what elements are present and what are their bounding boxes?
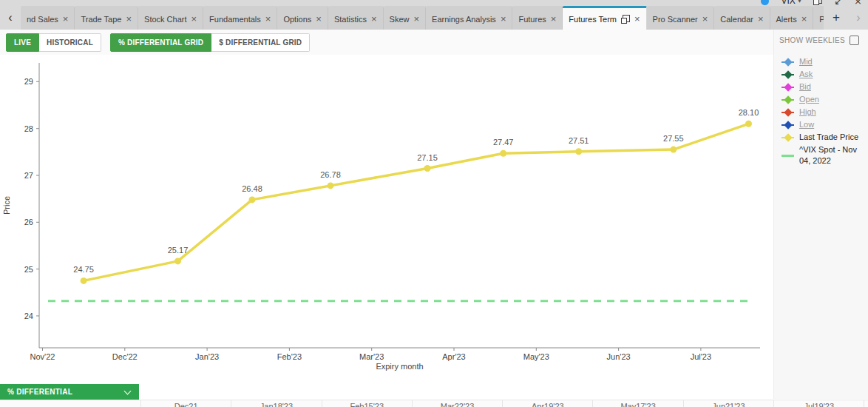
tab-nd-sales[interactable]: nd Sales× [21, 6, 75, 30]
show-weeklies-checkbox[interactable] [850, 36, 859, 45]
tab-list: nd Sales×Trade Tape×Stock Chart×Fundamen… [21, 6, 824, 30]
tab-futures-term[interactable]: Futures Term× [563, 6, 646, 30]
tab-close-icon[interactable]: × [551, 14, 557, 24]
y-axis-title: Price [2, 196, 11, 215]
data-point[interactable] [328, 182, 334, 189]
dollar-differential-grid-button[interactable]: $ DIFFERENTIAL GRID [211, 33, 310, 52]
data-point[interactable] [174, 258, 181, 264]
tab-close-icon[interactable]: × [126, 14, 132, 24]
status-dot-icon [761, 0, 769, 5]
symbol-label: VIX [781, 0, 795, 6]
data-point-label: 24.75 [73, 265, 94, 274]
differential-dropdown[interactable]: % DIFFERENTIAL [0, 384, 139, 400]
legend-item-label: Last Trade Price [799, 132, 858, 143]
tab-close-icon[interactable]: × [758, 14, 764, 24]
grid-date-header: Jul19'23 [774, 400, 864, 407]
futures-term-window: { "window": { "symbol": "VIX" }, "tabbar… [0, 0, 868, 407]
tab-scroll-left-button[interactable]: ‹ [0, 6, 21, 30]
percent-differential-grid-button[interactable]: % DIFFERENTIAL GRID [110, 33, 211, 52]
data-point[interactable] [745, 121, 752, 127]
tab-close-icon[interactable]: × [413, 14, 419, 24]
dock-arrow-icon[interactable]: ↙ [834, 0, 842, 6]
tab-scroll-right-button[interactable]: › [849, 6, 868, 30]
tab-label: Earnings Analysis [432, 15, 496, 24]
y-tick-label: 26 [24, 218, 33, 226]
tab-pro-scanner[interactable]: Pro Scanner× [647, 6, 715, 30]
tab-label: Stock Chart [144, 15, 186, 24]
data-point-label: 28.10 [739, 108, 759, 117]
grid-date-header: Dec21 [141, 400, 231, 407]
x-tick-label: Jun'23 [607, 352, 631, 361]
data-point-label: 26.48 [242, 184, 262, 193]
legend-item-bid[interactable]: Bid [781, 81, 868, 93]
tab-label: Statistics [334, 15, 367, 24]
legend-item-low[interactable]: Low [781, 118, 868, 131]
tab-close-icon[interactable]: × [371, 14, 377, 24]
tab-label: Futures [518, 15, 546, 24]
data-point[interactable] [249, 196, 256, 203]
data-point[interactable] [500, 150, 506, 157]
legend-marker-icon [781, 152, 794, 159]
grid-date-header: May17'23 [593, 400, 683, 407]
legend-item-high[interactable]: High [781, 106, 868, 118]
tab-label: Fundamentals [209, 15, 261, 24]
tab-close-icon[interactable]: × [801, 14, 807, 24]
tab-close-icon[interactable]: × [265, 14, 271, 24]
tab-popout-icon[interactable] [621, 15, 630, 24]
add-tab-button[interactable]: + [824, 6, 849, 30]
legend-marker-icon [781, 71, 794, 78]
live-button[interactable]: LIVE [6, 33, 39, 52]
legend-marker-icon [781, 134, 794, 141]
data-point[interactable] [424, 165, 431, 172]
x-tick-label: Jan'23 [195, 352, 219, 361]
tab-calendar[interactable]: Calendar× [714, 6, 770, 30]
popout-window-icon[interactable] [813, 0, 822, 5]
window-close-icon[interactable]: × [854, 0, 862, 6]
data-point[interactable] [81, 278, 87, 284]
legend-item-ask[interactable]: Ask [781, 68, 868, 81]
legend-marker-icon [781, 96, 794, 104]
tab-futures[interactable]: Futures× [512, 6, 563, 30]
grid-date-header: Apr19'23 [503, 400, 593, 407]
tab-close-icon[interactable]: × [316, 14, 322, 24]
grid-date-header: Jan18'23 [231, 400, 322, 407]
tab-close-icon[interactable]: × [191, 14, 197, 24]
legend-item-label: Ask [799, 69, 813, 80]
legend-item-last-trade-price[interactable]: Last Trade Price [781, 131, 868, 144]
tab-stock-chart[interactable]: Stock Chart× [138, 6, 203, 30]
tab-earnings-analysis[interactable]: Earnings Analysis× [426, 6, 512, 30]
tab-trade-tape[interactable]: Trade Tape× [75, 6, 138, 30]
tab-fundamentals[interactable]: Fundamentals× [203, 6, 277, 30]
tab-close-icon[interactable]: × [634, 14, 640, 24]
x-tick-label: Nov'22 [30, 352, 55, 361]
tab-positions[interactable]: Positions× [813, 6, 824, 30]
data-point[interactable] [670, 147, 677, 153]
legend-item-mid[interactable]: Mid [781, 56, 868, 68]
grid-mode-toggle: % DIFFERENTIAL GRID $ DIFFERENTIAL GRID [110, 33, 310, 52]
legend-item-label: Mid [799, 56, 813, 67]
tab-close-icon[interactable]: × [63, 14, 69, 24]
axes [39, 63, 760, 348]
data-point[interactable] [575, 148, 582, 155]
tab-alerts[interactable]: Alerts× [770, 6, 814, 30]
tab-statistics[interactable]: Statistics× [328, 6, 384, 30]
window-titlebar: VIX ▼ ↙ × [761, 0, 862, 9]
grid-date-header: Jun21'23 [684, 400, 774, 407]
tab-close-icon[interactable]: × [501, 14, 506, 24]
tab-close-icon[interactable]: × [702, 14, 708, 24]
tab-options[interactable]: Options× [277, 6, 328, 30]
data-point-label: 27.47 [493, 138, 514, 147]
legend-item-label: High [799, 107, 816, 118]
tab-label: Trade Tape [81, 15, 121, 24]
legend-item-vix-spot-nov-04-2022[interactable]: ^VIX Spot - Nov 04, 2022 [781, 144, 868, 167]
historical-button[interactable]: HISTORICAL [39, 33, 101, 52]
symbol-dropdown-caret-icon: ▼ [798, 0, 801, 4]
symbol-selector[interactable]: VIX ▼ [781, 0, 801, 6]
tab-label: Pro Scanner [653, 15, 698, 24]
legend-item-open[interactable]: Open [781, 93, 868, 106]
tab-skew[interactable]: Skew× [384, 6, 427, 30]
futures-term-chart: 242526272829Nov'22Dec'22Jan'23Feb'23Mar'… [0, 55, 773, 385]
grid-date-header: Mar22'23 [413, 400, 503, 407]
y-tick-label: 25 [24, 265, 33, 274]
chart-area: 242526272829Nov'22Dec'22Jan'23Feb'23Mar'… [0, 55, 773, 399]
